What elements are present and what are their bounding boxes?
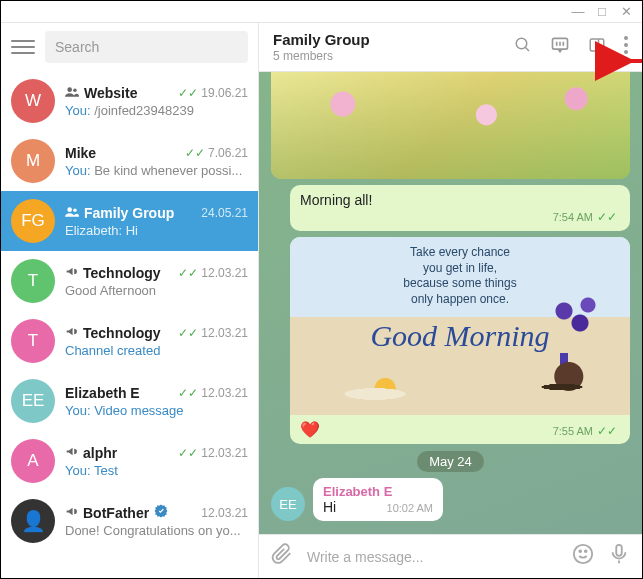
out-message[interactable]: Morning all! 7:54 AM✓✓ xyxy=(290,185,630,231)
chat-preview: You: Video message xyxy=(65,403,248,418)
chat-preview: Elizabeth: Hi xyxy=(65,223,248,238)
group-icon xyxy=(65,206,79,220)
chat-preview: You: /joinfed23948239 xyxy=(65,103,248,118)
chat-item[interactable]: FGFamily Group24.05.21Elizabeth: Hi xyxy=(1,191,258,251)
svg-point-1 xyxy=(73,88,77,92)
channel-icon xyxy=(65,505,78,521)
annotation-arrow xyxy=(619,51,643,75)
chat-avatar: W xyxy=(11,79,55,123)
chat-date: ✓✓7.06.21 xyxy=(185,146,248,160)
chat-date: ✓✓12.03.21 xyxy=(178,386,248,400)
image-caption-line: you get in life, xyxy=(302,261,618,277)
chat-name: Mike xyxy=(65,145,96,161)
chat-name: Elizabeth E xyxy=(65,385,140,401)
message-time: 10:02 AM xyxy=(387,502,433,514)
chat-name: Family Group xyxy=(65,205,174,221)
chat-title[interactable]: Family Group xyxy=(273,31,502,48)
read-ticks-icon: ✓✓ xyxy=(178,446,198,460)
comments-icon[interactable] xyxy=(550,35,570,60)
sender-name[interactable]: Elizabeth E xyxy=(323,484,433,499)
message-time: 7:54 AM xyxy=(553,211,593,223)
verified-icon xyxy=(154,504,168,521)
read-ticks-icon: ✓✓ xyxy=(597,424,617,438)
chat-preview: You: Be kind whenever possi... xyxy=(65,163,248,178)
channel-icon xyxy=(65,325,78,341)
menu-icon[interactable] xyxy=(11,35,35,59)
chat-date: 24.05.21 xyxy=(201,206,248,220)
chat-date: ✓✓12.03.21 xyxy=(178,266,248,280)
svg-point-12 xyxy=(624,36,628,40)
chat-preview: You: Test xyxy=(65,463,248,478)
chat-date: ✓✓19.06.21 xyxy=(178,86,248,100)
image-message-card[interactable]: Take every chance you get in life, becau… xyxy=(290,237,630,444)
svg-point-0 xyxy=(67,87,72,92)
chat-avatar: T xyxy=(11,319,55,363)
search-input[interactable]: Search xyxy=(45,31,248,63)
message-time: 7:55 AM xyxy=(553,425,593,437)
in-message[interactable]: EE Elizabeth E Hi10:02 AM xyxy=(271,478,630,521)
chat-item[interactable]: MMike✓✓7.06.21You: Be kind whenever poss… xyxy=(1,131,258,191)
chat-avatar xyxy=(11,499,55,543)
chat-avatar: M xyxy=(11,139,55,183)
svg-point-13 xyxy=(624,43,628,47)
chat-item[interactable]: TTechnology✓✓12.03.21Good Afternoon xyxy=(1,251,258,311)
chat-item[interactable]: BotFather12.03.21Done! Congratulations o… xyxy=(1,491,258,551)
chat-preview: Channel created xyxy=(65,343,248,358)
svg-point-2 xyxy=(67,207,72,212)
svg-point-3 xyxy=(73,208,77,212)
search-icon[interactable] xyxy=(514,36,532,59)
message-text: Morning all! xyxy=(300,192,620,208)
chat-subtitle: 5 members xyxy=(273,49,502,63)
image-message[interactable] xyxy=(271,72,630,179)
mic-icon[interactable] xyxy=(608,543,630,570)
sidebar: Search WWebsite✓✓19.06.21You: /joinfed23… xyxy=(1,23,259,578)
sidepanel-icon[interactable] xyxy=(588,36,606,59)
message-area: Morning all! 7:54 AM✓✓ Take every chance… xyxy=(259,72,642,534)
message-input[interactable] xyxy=(307,549,558,565)
image-caption-line: Take every chance xyxy=(302,245,618,261)
window-maximize[interactable]: □ xyxy=(590,4,614,19)
window-titlebar: — □ ✕ xyxy=(1,1,642,23)
emoji-icon[interactable] xyxy=(572,543,594,570)
window-minimize[interactable]: — xyxy=(566,4,590,19)
chat-header: Family Group 5 members xyxy=(259,23,642,72)
date-separator: May 24 xyxy=(271,452,630,470)
svg-point-17 xyxy=(579,550,581,552)
read-ticks-icon: ✓✓ xyxy=(178,386,198,400)
read-ticks-icon: ✓✓ xyxy=(178,266,198,280)
chat-item[interactable]: WWebsite✓✓19.06.21You: /joinfed23948239 xyxy=(1,71,258,131)
svg-point-18 xyxy=(585,550,587,552)
heart-reaction-icon[interactable]: ❤️ xyxy=(300,420,320,439)
chat-preview: Good Afternoon xyxy=(65,283,248,298)
svg-point-16 xyxy=(574,545,592,563)
group-icon xyxy=(65,86,79,100)
chat-name: Technology xyxy=(65,265,161,281)
chat-list: WWebsite✓✓19.06.21You: /joinfed23948239M… xyxy=(1,71,258,578)
chat-item[interactable]: TTechnology✓✓12.03.21Channel created xyxy=(1,311,258,371)
read-ticks-icon: ✓✓ xyxy=(178,326,198,340)
chat-panel: Family Group 5 members xyxy=(259,23,642,578)
message-text: Hi xyxy=(323,499,336,515)
read-ticks-icon: ✓✓ xyxy=(597,210,617,224)
message-composer xyxy=(259,534,642,578)
sender-avatar[interactable]: EE xyxy=(271,487,305,521)
chat-avatar: A xyxy=(11,439,55,483)
chat-name: Website xyxy=(65,85,137,101)
chat-item[interactable]: EEElizabeth E✓✓12.03.21You: Video messag… xyxy=(1,371,258,431)
chat-date: ✓✓12.03.21 xyxy=(178,326,248,340)
svg-point-4 xyxy=(516,38,527,49)
svg-line-5 xyxy=(525,47,529,51)
read-ticks-icon: ✓✓ xyxy=(178,86,198,100)
svg-rect-10 xyxy=(590,39,604,51)
chat-avatar: T xyxy=(11,259,55,303)
attach-icon[interactable] xyxy=(271,543,293,570)
chat-avatar: FG xyxy=(11,199,55,243)
channel-icon xyxy=(65,445,78,461)
chat-name: alphr xyxy=(65,445,117,461)
chat-avatar: EE xyxy=(11,379,55,423)
chat-preview: Done! Congratulations on yo... xyxy=(65,523,248,538)
chat-date: 12.03.21 xyxy=(201,506,248,520)
window-close[interactable]: ✕ xyxy=(614,4,638,19)
chat-item[interactable]: Aalphr✓✓12.03.21You: Test xyxy=(1,431,258,491)
channel-icon xyxy=(65,265,78,281)
